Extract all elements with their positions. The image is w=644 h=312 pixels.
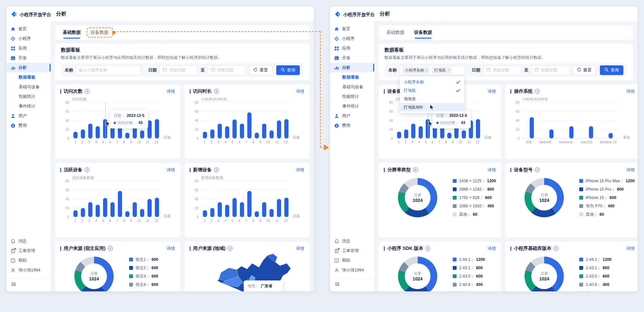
sidebar-item-应用[interactable]: 应用 bbox=[6, 43, 51, 53]
bar[interactable] bbox=[247, 112, 251, 138]
bar[interactable] bbox=[88, 124, 92, 138]
bar[interactable] bbox=[262, 202, 266, 217]
collapse-icon[interactable] bbox=[11, 282, 16, 288]
bar[interactable] bbox=[155, 119, 159, 138]
sidebar-item-首页[interactable]: 首页 bbox=[330, 24, 374, 34]
bar[interactable] bbox=[397, 132, 401, 138]
sidebar-item-性能统计[interactable]: 性能统计 bbox=[330, 92, 374, 101]
bar[interactable] bbox=[609, 133, 613, 138]
bar[interactable] bbox=[240, 124, 244, 138]
bar[interactable] bbox=[225, 205, 229, 217]
sidebar-item-费用[interactable]: 费用 bbox=[6, 121, 51, 130]
sidebar-item-帮助[interactable]: ?帮助 bbox=[330, 256, 374, 265]
help-circle-icon[interactable]: ? bbox=[214, 89, 219, 94]
remove-tag-icon[interactable]: × bbox=[447, 68, 449, 72]
help-circle-icon[interactable]: ? bbox=[228, 246, 232, 251]
bar[interactable] bbox=[549, 129, 554, 138]
sidebar-item-性能统计[interactable]: 性能统计 bbox=[6, 92, 51, 101]
help-circle-icon[interactable]: ? bbox=[214, 167, 219, 172]
sidebar-item-消息[interactable]: 消息 bbox=[6, 236, 51, 246]
end-date-input[interactable]: 结束日期 bbox=[531, 65, 570, 75]
bar[interactable] bbox=[140, 209, 144, 217]
sidebar-item-基础与设备[interactable]: 基础与设备 bbox=[330, 82, 374, 92]
bar[interactable] bbox=[462, 130, 466, 138]
bar[interactable] bbox=[284, 198, 289, 217]
bar[interactable] bbox=[476, 119, 480, 138]
start-date-input[interactable]: 开始日期 bbox=[483, 65, 521, 75]
sidebar-item-数据看板[interactable]: 数据看板 bbox=[6, 72, 51, 82]
bar[interactable] bbox=[232, 119, 237, 138]
bar[interactable] bbox=[277, 199, 281, 217]
bar[interactable] bbox=[232, 198, 237, 217]
sidebar-item-首页[interactable]: 首页 bbox=[6, 24, 51, 34]
bar[interactable] bbox=[218, 202, 222, 217]
bar[interactable] bbox=[210, 129, 214, 138]
start-date-input[interactable]: 开始日期 bbox=[159, 65, 198, 75]
help-circle-icon[interactable]: ? bbox=[108, 246, 113, 251]
dropdown-option-打地鼠[interactable]: 打地鼠 bbox=[400, 86, 464, 95]
bar[interactable] bbox=[140, 130, 144, 138]
tab-device-data[interactable]: 设备数据 bbox=[90, 25, 109, 40]
bar[interactable] bbox=[270, 130, 274, 138]
detail-link[interactable]: 详情 bbox=[167, 89, 175, 94]
sidebar-item-张小强1994[interactable]: 张小强1994 bbox=[6, 265, 51, 275]
query-button[interactable]: 查询 bbox=[600, 65, 623, 75]
tab-device-data[interactable]: 设备数据 bbox=[414, 25, 432, 40]
sidebar-item-开发[interactable]: 开发 bbox=[330, 53, 374, 63]
bar[interactable] bbox=[284, 119, 289, 138]
bar[interactable] bbox=[203, 132, 207, 138]
bar[interactable] bbox=[569, 126, 573, 138]
bar[interactable] bbox=[133, 202, 137, 217]
name-input[interactable]: 输入小程序名称 bbox=[76, 65, 141, 75]
sidebar-item-用户[interactable]: 用户 bbox=[330, 111, 374, 121]
detail-link[interactable]: 详情 bbox=[167, 246, 175, 251]
help-circle-icon[interactable]: ? bbox=[554, 246, 558, 251]
detail-link[interactable]: 详情 bbox=[626, 167, 635, 173]
detail-link[interactable]: 详情 bbox=[488, 89, 496, 94]
bar[interactable] bbox=[270, 209, 274, 217]
bar[interactable] bbox=[81, 208, 85, 217]
tab-basic-data[interactable]: 基础数据 bbox=[63, 25, 81, 40]
help-circle-icon[interactable]: ? bbox=[413, 167, 418, 172]
bar[interactable] bbox=[155, 198, 159, 217]
bar[interactable] bbox=[530, 117, 534, 138]
help-circle-icon[interactable]: ? bbox=[535, 167, 540, 172]
bar[interactable] bbox=[255, 133, 259, 138]
bar[interactable] bbox=[262, 124, 266, 138]
bar[interactable] bbox=[247, 191, 251, 217]
sidebar-item-开发[interactable]: 开发 bbox=[6, 53, 51, 63]
bar[interactable] bbox=[88, 202, 92, 217]
sidebar-item-事件统计[interactable]: 事件统计 bbox=[330, 101, 374, 111]
name-multiselect[interactable]: 小程序名称×打地鼠× 小程序名称打地鼠泡泡龙打地鼠888 bbox=[400, 65, 464, 75]
sidebar-item-应用[interactable]: 应用 bbox=[330, 43, 374, 53]
sidebar-item-用户[interactable]: 用户 bbox=[6, 111, 51, 121]
bar[interactable] bbox=[96, 205, 100, 217]
sidebar-item-基础与设备[interactable]: 基础与设备 bbox=[6, 82, 51, 92]
bar[interactable] bbox=[73, 132, 78, 138]
help-circle-icon[interactable]: ? bbox=[85, 89, 90, 94]
detail-link[interactable]: 详情 bbox=[296, 246, 304, 251]
detail-link[interactable]: 详情 bbox=[488, 167, 496, 173]
end-date-input[interactable]: 结束日期 bbox=[208, 65, 246, 75]
help-circle-icon[interactable]: ? bbox=[425, 246, 430, 251]
bar[interactable] bbox=[277, 120, 281, 138]
sidebar-item-消息[interactable]: 消息 bbox=[330, 236, 374, 246]
bar[interactable] bbox=[73, 210, 78, 217]
sidebar-item-小程序[interactable]: 小程序 bbox=[6, 34, 51, 43]
sidebar-item-分析[interactable]: 分析 bbox=[330, 63, 374, 72]
sidebar-item-分析[interactable]: 分析 bbox=[6, 63, 51, 72]
detail-link[interactable]: 详情 bbox=[296, 89, 304, 94]
bar[interactable] bbox=[210, 208, 214, 217]
bar[interactable] bbox=[147, 120, 152, 138]
dropdown-option-泡泡龙[interactable]: 泡泡龙 bbox=[400, 95, 464, 103]
bar[interactable] bbox=[218, 124, 222, 138]
bar[interactable] bbox=[411, 124, 415, 138]
dropdown-option-打地鼠888[interactable]: 打地鼠888 bbox=[400, 103, 464, 111]
sidebar-item-张小强1994[interactable]: 张小强1994 bbox=[330, 265, 374, 275]
bar[interactable] bbox=[125, 211, 129, 217]
bar[interactable] bbox=[81, 129, 85, 138]
bar[interactable] bbox=[589, 126, 593, 138]
sidebar-item-小程序[interactable]: 小程序 bbox=[330, 34, 374, 43]
collapse-icon[interactable] bbox=[335, 282, 340, 288]
detail-link[interactable]: 详情 bbox=[296, 167, 304, 173]
